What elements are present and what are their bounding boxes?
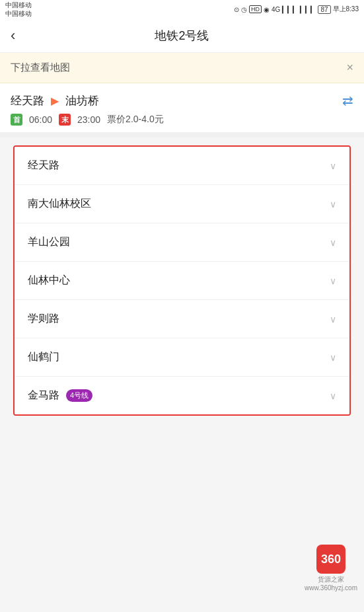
station-item-left: 南大仙林校区 — [28, 197, 91, 211]
list-item[interactable]: 仙鹤门 ∨ — [15, 338, 349, 377]
banner-text: 下拉查看地图 — [11, 61, 70, 74]
station-name: 羊山公园 — [28, 235, 70, 249]
station-name: 经天路 — [28, 159, 59, 172]
swap-direction-button[interactable]: ⇄ — [342, 93, 353, 108]
watermark-line2: www.360hyzj.com — [305, 584, 357, 592]
chevron-down-icon: ∨ — [330, 199, 336, 210]
station-item-left: 仙林中心 — [28, 274, 70, 287]
signal-bars1: ▎▎▎ — [282, 6, 298, 13]
page-title: 地铁2号线 — [155, 28, 209, 44]
signal-bars2: ▎▎▎ — [300, 6, 316, 13]
list-item[interactable]: 经天路 ∨ — [15, 147, 349, 185]
station-item-left: 经天路 — [28, 159, 59, 172]
station-name: 南大仙林校区 — [28, 197, 91, 211]
section-divider — [0, 132, 364, 137]
watermark-logo: 360 — [316, 545, 346, 574]
time-display: 早上8:33 — [333, 5, 359, 14]
list-item[interactable]: 金马路 4号线 ∨ — [15, 377, 349, 414]
chevron-down-icon: ∨ — [330, 352, 336, 363]
station-name: 金马路 — [28, 389, 59, 402]
chevron-down-icon: ∨ — [330, 161, 336, 171]
route-times: 首 06:00 末 23:00 票价2.0-4.0元 — [11, 114, 353, 126]
carrier1: 中国移动 — [5, 1, 32, 9]
first-train-time: 06:00 — [29, 114, 52, 125]
station-list-wrapper: 经天路 ∨ 南大仙林校区 ∨ 羊山公园 ∨ 仙林中心 ∨ 学则路 — [0, 137, 364, 424]
back-button[interactable]: ‹ — [11, 27, 15, 44]
status-bar: 中国移动 中国移动 ⊙ ◷ HD ◉ 4G ▎▎▎ ▎▎▎ 87 早上8:33 — [0, 0, 364, 19]
station-list: 经天路 ∨ 南大仙林校区 ∨ 羊山公园 ∨ 仙林中心 ∨ 学则路 — [13, 145, 351, 416]
last-train-time: 23:00 — [77, 114, 100, 125]
first-train-badge: 首 — [11, 114, 22, 126]
ticket-price: 票价2.0-4.0元 — [107, 114, 164, 126]
from-station: 经天路 — [11, 93, 44, 108]
route-info: 经天路 ▶ 油坊桥 ⇄ 首 06:00 末 23:00 票价2.0-4.0元 — [0, 83, 364, 132]
station-item-left: 仙鹤门 — [28, 350, 59, 364]
watermark-line1: 货源之家 — [305, 575, 357, 584]
map-banner[interactable]: 下拉查看地图 × — [0, 53, 364, 83]
page-header: ‹ 地铁2号线 — [0, 19, 364, 53]
watermark: 360 货源之家 www.360hyzj.com — [305, 545, 357, 592]
carrier-info: 中国移动 中国移动 — [5, 1, 32, 18]
station-item-left: 学则路 — [28, 312, 59, 326]
chevron-down-icon: ∨ — [330, 237, 336, 248]
carrier2: 中国移动 — [5, 9, 32, 18]
clock-icon: ◷ — [241, 6, 247, 13]
chevron-down-icon: ∨ — [330, 314, 336, 325]
list-item[interactable]: 南大仙林校区 ∨ — [15, 185, 349, 223]
station-item-left: 金马路 4号线 — [28, 389, 92, 402]
route-direction: 经天路 ▶ 油坊桥 ⇄ — [11, 93, 353, 108]
station-name: 学则路 — [28, 312, 59, 326]
signal-4g: 4G — [272, 6, 280, 13]
list-item[interactable]: 学则路 ∨ — [15, 300, 349, 338]
station-name: 仙鹤门 — [28, 350, 59, 364]
eye-icon: ◉ — [264, 6, 270, 13]
station-item-left: 羊山公园 — [28, 235, 70, 249]
close-button[interactable]: × — [346, 61, 353, 75]
station-name: 仙林中心 — [28, 274, 70, 287]
transfer-line-badge: 4号线 — [66, 389, 92, 402]
to-station: 油坊桥 — [65, 93, 99, 108]
direction-arrow: ▶ — [51, 95, 59, 107]
list-item[interactable]: 仙林中心 ∨ — [15, 262, 349, 300]
chevron-down-icon: ∨ — [330, 391, 336, 401]
list-item[interactable]: 羊山公园 ∨ — [15, 223, 349, 262]
location-icon: ⊙ — [234, 6, 239, 13]
chevron-down-icon: ∨ — [330, 276, 336, 286]
hd-badge: HD — [249, 5, 262, 13]
status-icons: ⊙ ◷ HD ◉ 4G ▎▎▎ ▎▎▎ 87 早上8:33 — [234, 5, 359, 14]
last-train-badge: 末 — [59, 114, 71, 126]
battery-indicator: 87 — [318, 5, 330, 14]
